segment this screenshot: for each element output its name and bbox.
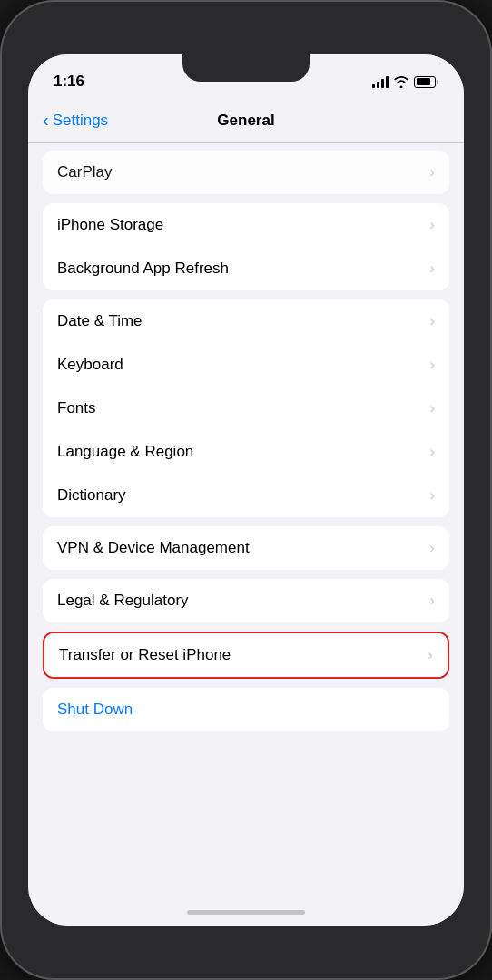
transfer-reset-item[interactable]: Transfer or Reset iPhone › xyxy=(44,633,448,677)
fonts-item[interactable]: Fonts › xyxy=(43,387,449,430)
legal-card: Legal & Regulatory › xyxy=(43,579,449,622)
fonts-label: Fonts xyxy=(57,399,96,417)
background-app-refresh-item[interactable]: Background App Refresh › xyxy=(43,247,449,290)
iphone-storage-label: iPhone Storage xyxy=(57,216,163,234)
home-indicator xyxy=(28,898,464,926)
page-title: General xyxy=(217,112,274,130)
back-button[interactable]: ‹ Settings xyxy=(43,111,108,131)
background-app-refresh-label: Background App Refresh xyxy=(57,260,229,278)
shutdown-label: Shut Down xyxy=(57,701,133,719)
carplay-card: CarPlay › xyxy=(43,151,449,194)
carplay-section: CarPlay › xyxy=(28,151,464,194)
language-region-label: Language & Region xyxy=(57,443,193,461)
keyboard-item[interactable]: Keyboard › xyxy=(43,343,449,387)
transfer-card: Transfer or Reset iPhone › xyxy=(43,632,449,679)
bottom-spacer xyxy=(28,740,464,759)
back-chevron-icon: ‹ xyxy=(43,110,49,131)
nav-bar: ‹ Settings General xyxy=(28,98,464,143)
shutdown-item[interactable]: Shut Down xyxy=(43,688,449,731)
legal-label: Legal & Regulatory xyxy=(57,592,189,610)
dictionary-label: Dictionary xyxy=(57,486,126,505)
vpn-item[interactable]: VPN & Device Management › xyxy=(43,526,449,570)
carplay-chevron-icon: › xyxy=(429,163,435,181)
home-bar xyxy=(187,910,305,915)
keyboard-chevron-icon: › xyxy=(429,356,435,374)
vpn-card: VPN & Device Management › xyxy=(43,526,449,570)
iphone-storage-chevron-icon: › xyxy=(429,216,435,234)
status-time: 1:16 xyxy=(54,73,84,91)
fonts-chevron-icon: › xyxy=(429,399,435,417)
date-time-item[interactable]: Date & Time › xyxy=(43,299,449,343)
iphone-storage-item[interactable]: iPhone Storage › xyxy=(43,203,449,247)
dictionary-item[interactable]: Dictionary › xyxy=(43,474,449,517)
dictionary-chevron-icon: › xyxy=(429,486,435,505)
date-time-chevron-icon: › xyxy=(429,312,435,330)
background-app-refresh-chevron-icon: › xyxy=(429,260,435,278)
transfer-reset-chevron-icon: › xyxy=(428,646,433,664)
notch xyxy=(182,54,310,82)
settings-content: CarPlay › iPhone Storage › Background Ap… xyxy=(28,143,464,898)
phone-screen: 1:16 xyxy=(28,54,464,926)
signal-icon xyxy=(372,75,389,88)
battery-icon xyxy=(414,76,438,88)
wifi-icon xyxy=(394,76,408,88)
vpn-label: VPN & Device Management xyxy=(57,539,250,557)
legal-item[interactable]: Legal & Regulatory › xyxy=(43,579,449,622)
vpn-section: VPN & Device Management › xyxy=(28,526,464,570)
vpn-chevron-icon: › xyxy=(429,539,435,557)
storage-card: iPhone Storage › Background App Refresh … xyxy=(43,203,449,290)
date-dict-card: Date & Time › Keyboard › Fonts › Languag… xyxy=(43,299,449,517)
carplay-label: CarPlay xyxy=(57,163,112,181)
date-dict-section: Date & Time › Keyboard › Fonts › Languag… xyxy=(28,299,464,517)
back-label: Settings xyxy=(53,112,108,130)
shutdown-card: Shut Down xyxy=(43,688,449,731)
language-region-item[interactable]: Language & Region › xyxy=(43,430,449,474)
storage-section: iPhone Storage › Background App Refresh … xyxy=(28,203,464,290)
legal-chevron-icon: › xyxy=(429,592,435,610)
carplay-item[interactable]: CarPlay › xyxy=(43,151,449,194)
language-region-chevron-icon: › xyxy=(429,443,435,461)
legal-section: Legal & Regulatory › xyxy=(28,579,464,622)
keyboard-label: Keyboard xyxy=(57,356,123,374)
status-icons xyxy=(372,75,438,88)
shutdown-section: Shut Down xyxy=(28,688,464,731)
phone-frame: 1:16 xyxy=(0,0,492,980)
transfer-section: Transfer or Reset iPhone › xyxy=(28,632,464,679)
transfer-reset-label: Transfer or Reset iPhone xyxy=(59,646,231,664)
date-time-label: Date & Time xyxy=(57,312,143,330)
